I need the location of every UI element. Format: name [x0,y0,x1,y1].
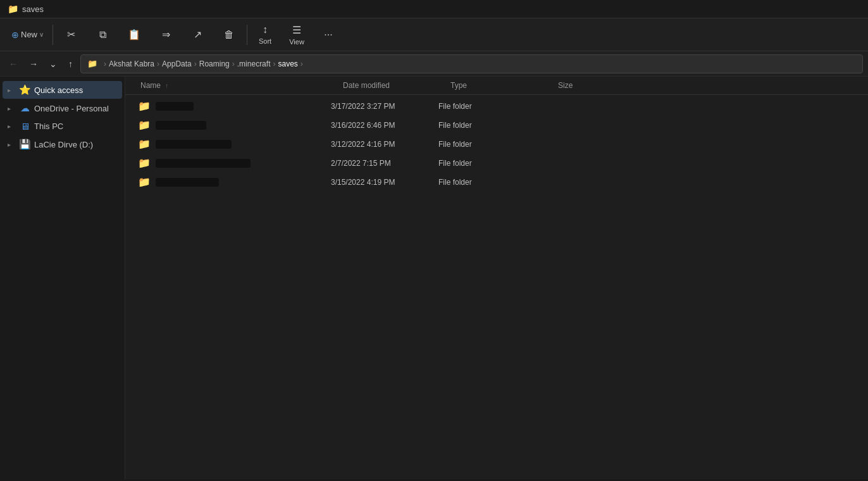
col-header-size[interactable]: Size [553,79,616,92]
title-bar: 📁 saves [0,0,868,18]
folder-icon: 📁 [138,100,152,112]
addr-part-3: Roaming [199,59,230,68]
addr-part-2: AppData [162,59,192,68]
expand-icon: ▸ [8,141,15,148]
view-icon: ☰ [292,24,301,36]
more-icon: ··· [324,29,332,41]
file-name [156,159,251,168]
table-row[interactable]: 📁3/15/2022 4:19 PMFile folder [128,173,865,191]
file-name [156,102,194,111]
view-label: View [289,38,304,46]
move-to-button[interactable]: ⇒ [151,20,181,49]
file-date: 3/17/2022 3:27 PM [331,102,438,111]
col-header-name[interactable]: Name ↑ [135,79,338,92]
this-pc-icon: 🖥 [19,121,30,132]
folder-icon: 📁 [138,119,152,131]
share-button[interactable]: ↗ [182,20,213,49]
back-button[interactable]: ← [5,56,22,72]
new-button[interactable]: ⊕ New ∨ [5,20,50,49]
new-plus-icon: ⊕ [11,30,19,40]
expand-icon: ▸ [8,105,15,112]
file-date: 3/12/2022 4:16 PM [331,140,438,149]
quick-access-icon: ⭐ [19,84,30,96]
address-bar[interactable]: 📁 › Akshat Kabra › AppData › Roaming › .… [80,54,863,73]
folder-icon: 📁 [138,157,152,169]
share-icon: ↗ [194,28,202,41]
file-date: 3/15/2022 4:19 PM [331,178,438,187]
sidebar-label-onedrive: OneDrive - Personal [34,104,109,113]
address-folder-icon: 📁 [87,59,97,68]
view-button[interactable]: ☰ View [282,20,312,49]
sidebar-item-this-pc[interactable]: ▸ 🖥 This PC [3,118,122,135]
new-chevron-icon: ∨ [39,31,44,38]
sidebar-item-lacie[interactable]: ▸ 💾 LaCie Dirve (D:) [3,135,122,153]
onedrive-icon: ☁ [19,103,30,114]
recent-locations-button[interactable]: ⌄ [46,56,61,72]
copy-icon: ⧉ [99,29,106,41]
paste-button[interactable]: 📋 [119,20,149,49]
addr-part-5: saves [278,59,297,68]
file-type: File folder [438,159,546,168]
content-area: Name ↑ Date modified Type Size 📁3/17/202… [125,77,868,479]
main-layout: ▸ ⭐ Quick access ▸ ☁ OneDrive - Personal… [0,77,868,479]
file-date: 2/7/2022 7:15 PM [331,159,438,168]
lacie-icon: 💾 [19,139,30,150]
up-button[interactable]: ↑ [65,56,77,72]
sidebar-label-lacie: LaCie Dirve (D:) [34,140,93,149]
paste-icon: 📋 [128,28,140,41]
sidebar-item-onedrive[interactable]: ▸ ☁ OneDrive - Personal [3,99,122,117]
toolbar: ⊕ New ∨ ✂ ⧉ 📋 ⇒ ↗ 🗑 ↕ Sort ☰ View ··· [0,18,868,51]
folder-icon: 📁 [138,138,152,150]
toolbar-separator-2 [247,25,247,45]
sidebar: ▸ ⭐ Quick access ▸ ☁ OneDrive - Personal… [0,77,125,479]
expand-icon: ▸ [8,123,15,130]
table-row[interactable]: 📁2/7/2022 7:15 PMFile folder [128,154,865,172]
folder-icon: 📁 [138,176,152,188]
toolbar-separator-1 [53,25,53,45]
sidebar-label-this-pc: This PC [34,122,63,131]
col-header-date[interactable]: Date modified [338,79,445,92]
column-headers: Name ↑ Date modified Type Size [125,77,868,95]
table-row[interactable]: 📁3/17/2022 3:27 PMFile folder [128,97,865,115]
file-type: File folder [438,178,546,187]
addressbar-row: ← → ⌄ ↑ 📁 › Akshat Kabra › AppData › Roa… [0,51,868,77]
more-options-button[interactable]: ··· [313,20,344,49]
copy-button[interactable]: ⧉ [87,20,118,49]
sort-arrow-icon: ↑ [165,82,168,89]
sidebar-label-quick-access: Quick access [34,85,83,95]
col-header-type[interactable]: Type [445,79,553,92]
cut-button[interactable]: ✂ [56,20,86,49]
sort-button[interactable]: ↕ Sort [250,20,280,49]
title-icon: 📁 [8,4,18,14]
move-icon: ⇒ [162,28,170,41]
file-type: File folder [438,121,546,130]
table-row[interactable]: 📁3/12/2022 4:16 PMFile folder [128,135,865,153]
expand-icon: ▸ [8,87,15,94]
delete-button[interactable]: 🗑 [214,20,244,49]
addr-part-4: .minecraft [237,59,271,68]
title-text: saves [22,4,44,14]
addr-part-1: Akshat Kabra [109,59,154,68]
sort-label: Sort [259,37,271,45]
sort-icon: ↕ [263,24,268,35]
file-list: 📁3/17/2022 3:27 PMFile folder📁3/16/2022 … [125,95,868,479]
sidebar-item-quick-access[interactable]: ▸ ⭐ Quick access [3,81,122,99]
cut-icon: ✂ [67,28,75,41]
file-type: File folder [438,102,546,111]
delete-icon: 🗑 [224,29,234,41]
file-name [156,140,232,149]
file-name [156,121,206,130]
file-date: 3/16/2022 6:46 PM [331,121,438,130]
file-type: File folder [438,140,546,149]
forward-button[interactable]: → [25,56,42,72]
table-row[interactable]: 📁3/16/2022 6:46 PMFile folder [128,116,865,134]
file-name [156,178,219,187]
new-label: New [21,30,37,39]
